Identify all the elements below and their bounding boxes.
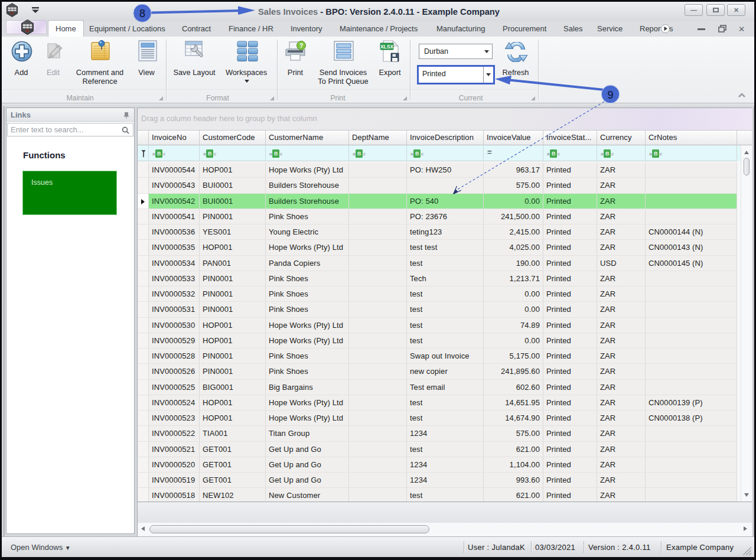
svg-text:XLSX: XLSX — [380, 44, 394, 50]
svg-text:?: ? — [299, 42, 304, 49]
